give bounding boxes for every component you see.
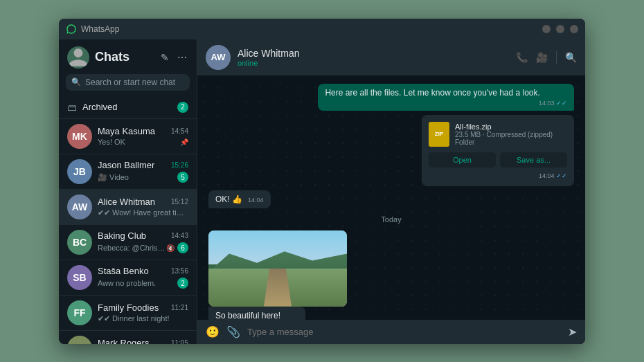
image-thumbnail[interactable] bbox=[208, 230, 347, 307]
chat-name: Mark Rogers bbox=[98, 338, 149, 344]
chat-preview: ✔✔ Dinner last night! bbox=[98, 314, 188, 323]
chat-avatar: AW bbox=[67, 194, 92, 219]
chat-info: Mark Rogers 11:05 Nope. I can't go unfor… bbox=[98, 338, 188, 344]
chat-footer: 🙂 📎 ➤ bbox=[197, 320, 585, 344]
chat-avatar: SB bbox=[67, 265, 92, 290]
sidebar-header-icons: ✎ ⋯ bbox=[159, 51, 188, 64]
chat-meta: 2 bbox=[177, 278, 188, 289]
video-call-icon[interactable]: 🎥 bbox=[536, 52, 548, 63]
chat-time: 15:12 bbox=[171, 198, 188, 206]
sidebar: Chats ✎ ⋯ 🔍 🗃 Archived 2 bbox=[59, 39, 197, 344]
file-size: 23.5 MB · Compressed (zipped) Folder bbox=[455, 131, 567, 146]
titlebar: WhatsApp – ☐ ✕ bbox=[59, 19, 585, 39]
maximize-button[interactable]: ☐ bbox=[556, 25, 564, 33]
search-icon: 🔍 bbox=[71, 78, 81, 87]
contact-status: online bbox=[238, 59, 509, 67]
chat-item-mark[interactable]: MR Mark Rogers 11:05 Nope. I can't go un… bbox=[59, 330, 197, 344]
chat-info: Staša Benko 13:56 Aww no problem. 2 bbox=[98, 266, 188, 289]
chat-preview: Aww no problem. bbox=[98, 279, 177, 287]
open-file-button[interactable]: Open bbox=[429, 152, 496, 168]
chat-avatar: BC bbox=[67, 230, 92, 255]
chat-meta: 📌 bbox=[180, 138, 188, 146]
chat-preview: ✔✔ Wow! Have great time. Enjoy. bbox=[98, 208, 188, 217]
chat-preview: Yes! OK bbox=[98, 138, 180, 146]
chat-item-jason[interactable]: JB Jason Ballmer 15:26 🎥 Video 5 bbox=[59, 154, 197, 189]
file-details: All-files.zip 23.5 MB · Compressed (zipp… bbox=[455, 123, 567, 146]
contact-name: Alice Whitman bbox=[238, 48, 509, 59]
app-window: WhatsApp – ☐ ✕ Chats ✎ ⋯ 🔍 bbox=[59, 19, 585, 344]
image-message: So beautiful here! 15:06 ❤️ bbox=[208, 230, 347, 320]
date-divider: Today bbox=[208, 212, 574, 226]
chat-name: Maya Kasuma bbox=[98, 126, 155, 136]
chat-avatar: MR bbox=[67, 336, 92, 344]
titlebar-controls: – ☐ ✕ bbox=[542, 25, 578, 33]
messages-area: Here are all the files. Let me know once… bbox=[197, 75, 585, 320]
chat-name: Baking Club bbox=[98, 230, 146, 241]
save-file-button[interactable]: Save as... bbox=[500, 152, 567, 168]
chat-item-maya[interactable]: MK Maya Kasuma 14:54 Yes! OK 📌 bbox=[59, 118, 197, 154]
chat-list-items: MK Maya Kasuma 14:54 Yes! OK 📌 JB Jason … bbox=[59, 118, 197, 344]
message-input[interactable] bbox=[247, 327, 561, 337]
chat-time: 14:43 bbox=[171, 232, 188, 239]
chat-avatar: JB bbox=[67, 159, 92, 184]
chat-bottom: Rebecca: @Chris R? 🔇6 bbox=[98, 242, 188, 253]
new-chat-icon[interactable]: ✎ bbox=[159, 51, 170, 64]
chat-top: Family Foodies 11:21 bbox=[98, 302, 188, 313]
message-time: 14:04 bbox=[248, 197, 264, 203]
chat-bottom: ✔✔ Dinner last night! bbox=[98, 314, 188, 323]
chat-item-baking[interactable]: BC Baking Club 14:43 Rebecca: @Chris R? … bbox=[59, 224, 197, 260]
search-bar: 🔍 bbox=[59, 74, 197, 96]
chat-meta: 🔇6 bbox=[166, 242, 188, 253]
chat-item-family[interactable]: FF Family Foodies 11:21 ✔✔ Dinner last n… bbox=[59, 295, 197, 330]
chat-name: Alice Whitman bbox=[98, 197, 155, 207]
app-icon bbox=[66, 24, 77, 35]
voice-call-icon[interactable]: 📞 bbox=[516, 52, 528, 63]
chat-top: Alice Whitman 15:12 bbox=[98, 197, 188, 207]
read-receipts: ✓✓ bbox=[556, 100, 567, 107]
main-layout: Chats ✎ ⋯ 🔍 🗃 Archived 2 bbox=[59, 39, 585, 344]
send-button[interactable]: ➤ bbox=[568, 325, 577, 338]
titlebar-title: WhatsApp bbox=[81, 24, 542, 34]
chat-time: 15:26 bbox=[171, 161, 188, 169]
chat-badge: 5 bbox=[177, 172, 188, 183]
image-caption-bubble: So beautiful here! 15:06 bbox=[208, 307, 305, 320]
chat-bottom: Yes! OK 📌 bbox=[98, 138, 188, 146]
close-button[interactable]: ✕ bbox=[570, 25, 578, 33]
chat-name: Jason Ballmer bbox=[98, 160, 154, 170]
minimize-button[interactable]: – bbox=[542, 25, 551, 33]
chat-time: 11:05 bbox=[171, 339, 188, 344]
chat-top: Jason Ballmer 15:26 bbox=[98, 160, 188, 170]
chat-header: AW Alice Whitman online 📞 🎥 🔍 bbox=[197, 39, 585, 75]
chat-item-stasa[interactable]: SB Staša Benko 13:56 Aww no problem. 2 bbox=[59, 260, 197, 295]
search-input-wrapper[interactable]: 🔍 bbox=[66, 74, 190, 91]
archived-row[interactable]: 🗃 Archived 2 bbox=[59, 96, 197, 118]
chat-item-alice[interactable]: AW Alice Whitman 15:12 ✔✔ Wow! Have grea… bbox=[59, 189, 197, 224]
self-avatar[interactable] bbox=[67, 46, 89, 69]
chat-top: Staša Benko 13:56 bbox=[98, 266, 188, 276]
chat-bottom: ✔✔ Wow! Have great time. Enjoy. bbox=[98, 208, 188, 217]
chat-time: 11:21 bbox=[171, 304, 188, 311]
attach-icon[interactable]: 📎 bbox=[226, 325, 240, 338]
archived-label: Archived bbox=[82, 102, 172, 112]
sidebar-header: Chats ✎ ⋯ bbox=[59, 39, 197, 74]
message-bubble: OK! 👍 14:04 bbox=[208, 190, 271, 208]
chat-time: 13:56 bbox=[171, 267, 188, 275]
chat-panel: AW Alice Whitman online 📞 🎥 🔍 Here are a… bbox=[197, 39, 585, 344]
sidebar-title: Chats bbox=[95, 50, 154, 64]
chat-avatar: MK bbox=[67, 124, 92, 149]
search-chat-icon[interactable]: 🔍 bbox=[565, 52, 577, 63]
chat-name: Staša Benko bbox=[98, 266, 149, 276]
file-card: ZIP All-files.zip 23.5 MB · Compressed (… bbox=[422, 115, 574, 186]
file-type-icon: ZIP bbox=[429, 122, 449, 147]
chat-bottom: Aww no problem. 2 bbox=[98, 278, 188, 289]
chat-meta: 5 bbox=[177, 172, 188, 183]
message-time: 14:03 ✓✓ bbox=[539, 100, 567, 107]
file-actions: Open Save as... bbox=[429, 152, 567, 168]
emoji-icon[interactable]: 🙂 bbox=[206, 325, 220, 338]
chat-info: Alice Whitman 15:12 ✔✔ Wow! Have great t… bbox=[98, 197, 188, 217]
menu-icon[interactable]: ⋯ bbox=[176, 51, 188, 64]
chat-list: 🗃 Archived 2 MK Maya Kasuma 14:54 Yes! O… bbox=[59, 96, 197, 344]
chat-preview: Rebecca: @Chris R? bbox=[98, 244, 166, 252]
chat-badge: 6 bbox=[177, 242, 188, 253]
search-input[interactable] bbox=[85, 78, 189, 87]
